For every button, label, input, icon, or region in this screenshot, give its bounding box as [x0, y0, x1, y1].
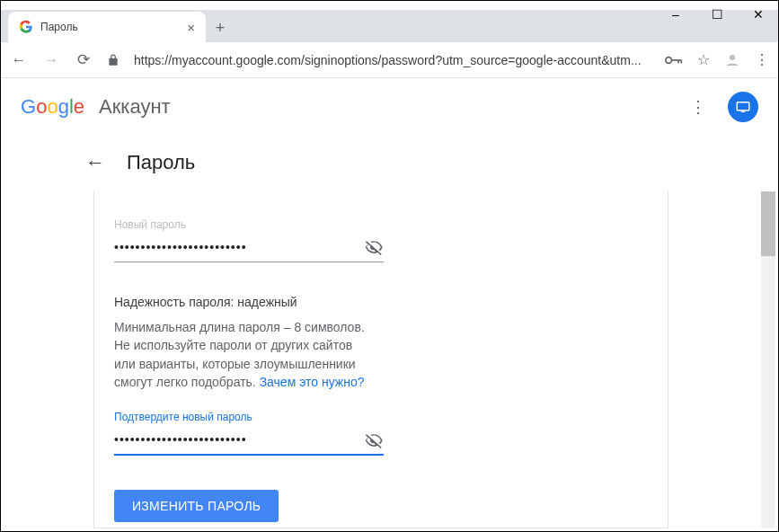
window-maximize[interactable]: ☐ — [696, 0, 738, 29]
star-icon[interactable]: ☆ — [697, 51, 710, 68]
password-card: Новый пароль ••••••••••••••••••••••••• Н… — [93, 191, 668, 528]
scrollbar-thumb[interactable] — [761, 191, 775, 256]
new-password-label: Новый пароль — [114, 218, 384, 231]
new-tab-button[interactable]: + — [206, 13, 235, 42]
browser-tab[interactable]: Пароль × — [8, 12, 206, 42]
page-title: Пароль — [127, 151, 195, 174]
kebab-menu-icon[interactable]: ⋮ — [755, 51, 769, 68]
options-menu-icon[interactable]: ⋮ — [683, 90, 713, 124]
page-title-bar: ← Пароль — [1, 136, 778, 190]
why-link[interactable]: Зачем это нужно? — [260, 375, 365, 389]
url-display[interactable]: https://myaccount.google.com/signinoptio… — [134, 53, 651, 67]
tab-title: Пароль — [40, 21, 180, 33]
confirm-password-field[interactable]: Подтвердите новый пароль •••••••••••••••… — [114, 411, 384, 456]
visibility-off-icon[interactable] — [364, 237, 384, 257]
confirm-password-input[interactable]: ••••••••••••••••••••••••• — [114, 432, 384, 456]
window-close[interactable]: ✕ — [738, 0, 779, 29]
google-logo[interactable]: Google — [21, 95, 84, 119]
password-help-text: Минимальная длина пароля – 8 символов. Н… — [114, 318, 375, 391]
password-strength: Надежность пароля: надежный — [114, 295, 384, 309]
svg-rect-5 — [737, 102, 749, 111]
reload-icon[interactable]: ⟳ — [75, 50, 93, 69]
svg-point-4 — [730, 55, 735, 60]
new-password-input[interactable]: ••••••••••••••••••••••••• — [114, 240, 384, 262]
address-bar: ← → ⟳ https://myaccount.google.com/signi… — [1, 42, 778, 78]
back-arrow-icon[interactable]: ← — [85, 151, 105, 174]
app-title: Аккаунт — [99, 95, 171, 119]
window-minimize[interactable]: – — [655, 0, 696, 29]
tab-close-icon[interactable]: × — [187, 20, 195, 35]
svg-point-0 — [666, 57, 672, 63]
app-header: Google Аккаунт ⋮ — [1, 78, 778, 136]
account-avatar[interactable] — [728, 92, 758, 122]
back-icon[interactable]: ← — [10, 51, 28, 69]
scrollbar[interactable] — [761, 191, 775, 528]
lock-icon[interactable] — [107, 54, 120, 66]
google-favicon — [19, 20, 33, 34]
change-password-button[interactable]: ИЗМЕНИТЬ ПАРОЛЬ — [114, 490, 279, 522]
confirm-password-label: Подтвердите новый пароль — [114, 411, 384, 423]
new-password-field[interactable]: Новый пароль ••••••••••••••••••••••••• — [114, 218, 384, 262]
profile-icon[interactable] — [724, 52, 740, 68]
forward-icon: → — [42, 51, 60, 69]
key-icon[interactable] — [665, 55, 683, 66]
visibility-off-icon[interactable] — [364, 430, 384, 450]
svg-rect-6 — [741, 111, 746, 113]
